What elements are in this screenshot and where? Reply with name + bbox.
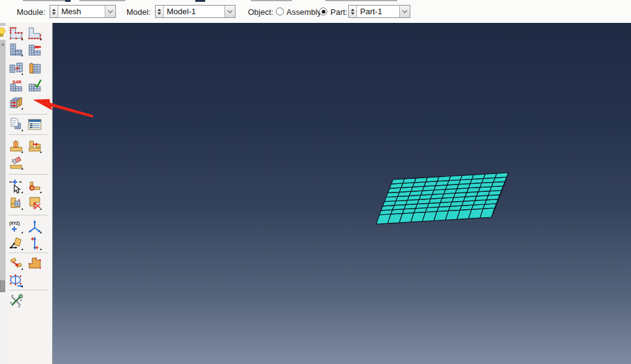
module-label: Module: [17, 7, 45, 17]
model-combobox[interactable]: Model-1 [155, 5, 236, 18]
toolbar-remnant [65, 0, 71, 2]
part-value: Part-1 [357, 6, 399, 17]
chevron-down-icon[interactable] [224, 6, 235, 17]
object-label: Object: [248, 7, 273, 17]
module-value: Mesh [58, 6, 105, 17]
left-rail: ^ [0, 23, 6, 364]
part-combobox[interactable]: Part-1 [348, 5, 410, 18]
spinner-icon[interactable] [50, 6, 58, 17]
verify-mesh-icon[interactable] [27, 77, 43, 93]
datum-csys-icon[interactable] [27, 219, 43, 235]
assembly-radio-label[interactable]: Assembly [286, 7, 321, 17]
customize-tools-icon[interactable] [8, 293, 24, 309]
mesh-toolbox: S4R [6, 23, 53, 364]
copy-mesh-part-icon[interactable] [8, 116, 24, 132]
viewport-canvas[interactable]: Z [53, 23, 631, 364]
toolbar-remnant [325, 0, 397, 1]
datum-plane-icon[interactable] [8, 235, 24, 251]
toolbar-remnant [23, 0, 66, 1]
delete-mesh-icon[interactable] [8, 60, 24, 76]
module-combobox[interactable]: Mesh [50, 5, 116, 18]
abaqus-cae-window: Module: Mesh Model: Model-1 Object: Asse… [0, 0, 631, 364]
chevron-down-icon[interactable] [105, 6, 115, 17]
bottom-up-mesh-icon[interactable] [8, 95, 24, 111]
spinner-icon[interactable] [349, 6, 357, 17]
partition-split-icon[interactable] [27, 138, 43, 154]
rail-track [0, 23, 6, 292]
seed-part-icon[interactable] [8, 25, 24, 41]
svg-text:S4R: S4R [12, 79, 22, 85]
eraser-icon[interactable] [8, 155, 24, 171]
mesh-part-icon[interactable] [8, 41, 24, 58]
seed-edges-icon[interactable] [27, 25, 43, 41]
partition-edge-icon[interactable] [27, 178, 43, 194]
radio-assembly[interactable] [276, 7, 284, 15]
datum-axis-icon[interactable] [27, 235, 43, 251]
partition-cell-icon[interactable] [8, 138, 24, 154]
collapse-up-icon[interactable]: ^ [0, 43, 6, 50]
spinner-icon[interactable] [156, 6, 164, 17]
datum-point-icon[interactable]: (XYZ) [8, 219, 24, 235]
scrollbar-thumb[interactable] [0, 280, 5, 292]
toolbar-remnant [195, 0, 205, 2]
model-value: Model-1 [164, 6, 224, 17]
mesh-table-icon[interactable] [27, 116, 43, 132]
part-radio-label[interactable]: Part: [330, 7, 347, 17]
toolbar-remnant [79, 0, 125, 1]
toolbar-remnant [251, 0, 292, 1]
add-vertex-icon[interactable] [8, 178, 24, 194]
spline-edit-icon[interactable] [8, 272, 24, 288]
lightbulb-icon[interactable] [0, 25, 6, 40]
mesh-stack-icon[interactable] [27, 60, 43, 76]
assign-element-type-icon[interactable]: S4R [8, 77, 24, 93]
model-label: Model: [126, 7, 151, 17]
edit-feature-icon[interactable] [8, 255, 24, 271]
context-bar: Module: Mesh Model: Model-1 Object: Asse… [0, 0, 631, 23]
svg-text:(XYZ): (XYZ) [9, 221, 20, 226]
partition-face-icon[interactable] [8, 195, 24, 211]
feature-block-icon[interactable] [27, 255, 43, 271]
partition-scissors-icon[interactable] [27, 195, 43, 211]
chevron-down-icon[interactable] [399, 6, 410, 17]
mesh-region-icon[interactable] [27, 41, 43, 58]
radio-part[interactable] [319, 7, 327, 15]
